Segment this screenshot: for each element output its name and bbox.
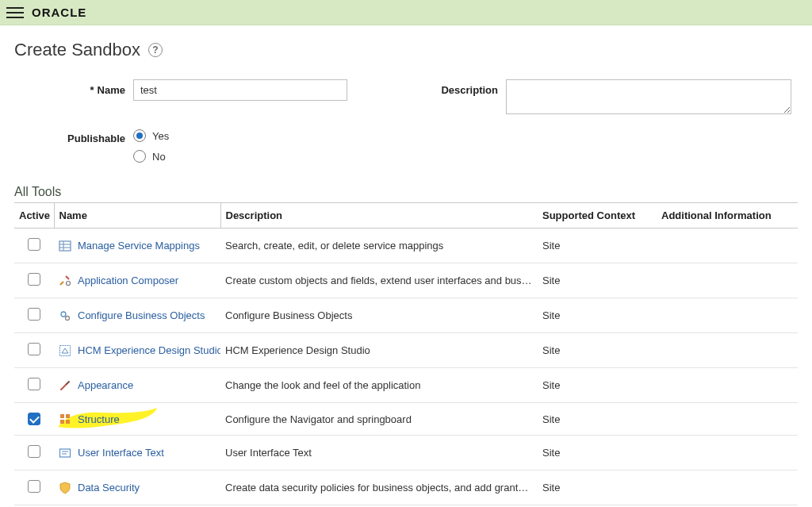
tool-context: Site	[538, 471, 657, 505]
table-row: Manage Service MappingsSearch, create, e…	[14, 229, 798, 263]
table-row: Configure Business ObjectsConfigure Busi…	[14, 298, 798, 333]
tool-additional	[657, 471, 798, 505]
grid-icon	[59, 413, 71, 425]
design-icon	[59, 344, 71, 357]
tool-description: Change the look and feel of the applicat…	[220, 368, 538, 403]
uitext-icon	[59, 447, 71, 459]
tool-name-label: Configure Business Objects	[78, 309, 205, 321]
description-input[interactable]	[506, 79, 791, 114]
tool-context: Site	[538, 436, 657, 471]
radio-unselected-icon	[133, 150, 146, 163]
page-title: Create Sandbox	[14, 40, 140, 60]
tool-description: Create data security policies for busine…	[220, 471, 538, 505]
brand-logo: ORACLE	[32, 6, 86, 19]
name-input[interactable]	[133, 79, 347, 101]
tool-context: Site	[538, 229, 657, 263]
svg-rect-10	[60, 420, 64, 424]
col-header-description[interactable]: Description	[220, 203, 538, 229]
tool-name-cell[interactable]: User Interface Text	[59, 447, 216, 459]
active-checkbox[interactable]	[28, 308, 40, 321]
table-row: StructureConfigure the Navigator and spr…	[14, 403, 798, 436]
tool-description: Configure Business Objects	[220, 298, 538, 333]
tool-context: Site	[538, 403, 657, 436]
tool-additional	[657, 298, 798, 333]
active-checkbox[interactable]	[28, 343, 40, 355]
tool-name-label: Manage Service Mappings	[78, 240, 200, 252]
tool-name-cell[interactable]: Data Security	[59, 482, 216, 494]
tool-additional	[657, 263, 798, 298]
publishable-yes-radio[interactable]: Yes	[133, 129, 363, 142]
tool-description: Search, create, edit, or delete service …	[220, 229, 538, 263]
tool-additional	[657, 333, 798, 368]
active-checkbox[interactable]	[28, 273, 40, 286]
tool-name-cell[interactable]: HCM Experience Design Studio	[59, 344, 216, 357]
top-banner: ORACLE	[0, 0, 812, 25]
tool-name-label: User Interface Text	[78, 447, 164, 459]
publishable-label: Publishable	[38, 128, 125, 144]
tool-name-label: Appearance	[78, 379, 133, 391]
svg-rect-7	[60, 345, 71, 355]
tool-context: Site	[538, 298, 657, 333]
publishable-no-radio[interactable]: No	[133, 150, 363, 163]
tool-additional	[657, 403, 798, 436]
svg-point-6	[66, 316, 70, 320]
gears-icon	[59, 309, 71, 322]
tool-description: User Interface Text	[220, 436, 538, 471]
svg-rect-11	[66, 420, 70, 424]
tool-context: Site	[538, 333, 657, 368]
brush-icon	[59, 379, 71, 392]
composer-icon	[59, 275, 71, 287]
tool-name-cell[interactable]: Appearance	[59, 379, 216, 392]
tools-table: Active Name Description Supported Contex…	[14, 202, 798, 505]
help-icon[interactable]: ?	[148, 43, 163, 57]
tool-description: Configure the Navigator and springboard	[220, 403, 538, 436]
shield-icon	[59, 482, 71, 494]
svg-rect-0	[59, 241, 71, 251]
tool-context: Site	[538, 263, 657, 298]
table-row: User Interface TextUser Interface TextSi…	[14, 436, 798, 471]
tool-name-cell[interactable]: Configure Business Objects	[59, 309, 216, 322]
active-checkbox[interactable]	[28, 238, 40, 251]
col-header-context[interactable]: Supported Context	[538, 203, 657, 229]
radio-selected-icon	[133, 129, 146, 142]
mappings-icon	[59, 240, 71, 252]
tool-context: Site	[538, 368, 657, 403]
description-label: Description	[371, 79, 498, 96]
tool-additional	[657, 368, 798, 403]
svg-point-4	[67, 281, 71, 285]
active-checkbox[interactable]	[28, 445, 40, 458]
tool-name-label: HCM Experience Design Studio	[78, 344, 220, 356]
svg-point-5	[61, 312, 66, 317]
col-header-active[interactable]: Active	[14, 203, 54, 229]
svg-rect-12	[60, 449, 71, 457]
active-checkbox[interactable]	[28, 378, 40, 390]
table-row: AppearanceChange the look and feel of th…	[14, 368, 798, 403]
tool-name-cell[interactable]: Manage Service Mappings	[59, 240, 216, 252]
table-row: Data SecurityCreate data security polici…	[14, 471, 798, 505]
tool-description: HCM Experience Design Studio	[220, 333, 538, 368]
menu-icon[interactable]	[6, 4, 24, 21]
tool-name-cell[interactable]: Structure	[59, 413, 216, 425]
col-header-name[interactable]: Name	[54, 203, 220, 229]
tool-name-label: Application Composer	[78, 275, 178, 286]
table-row: Application ComposerCreate custom object…	[14, 263, 798, 298]
tool-additional	[657, 229, 798, 263]
active-checkbox[interactable]	[28, 480, 40, 493]
svg-rect-9	[66, 414, 70, 418]
tool-name-label: Data Security	[78, 482, 140, 494]
name-label: *Name	[38, 79, 125, 96]
tool-description: Create custom objects and fields, extend…	[220, 263, 538, 298]
tool-additional	[657, 436, 798, 471]
col-header-additional[interactable]: Additional Information	[657, 203, 798, 229]
table-row: HCM Experience Design StudioHCM Experien…	[14, 333, 798, 368]
tool-name-label: Structure	[78, 413, 120, 425]
tool-name-cell[interactable]: Application Composer	[59, 275, 216, 287]
all-tools-header: All Tools	[14, 185, 798, 199]
svg-rect-8	[60, 414, 64, 418]
active-checkbox[interactable]	[28, 413, 40, 425]
